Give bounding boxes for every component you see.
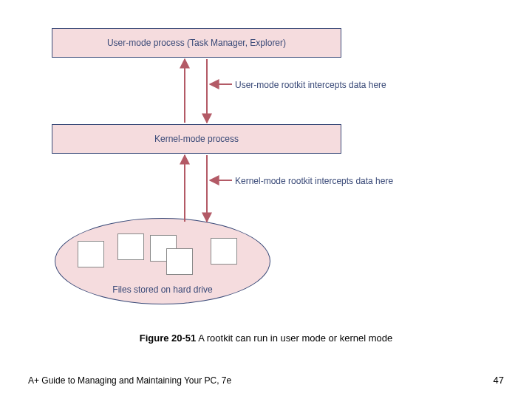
figure-number: Figure 20-51 (140, 332, 197, 344)
figure-caption: Figure 20-51 A rootkit can run in user m… (0, 332, 532, 344)
figure-caption-text: A rootkit can run in user mode or kernel… (196, 332, 392, 344)
diagram-stage: User-mode process (Task Manager, Explore… (0, 0, 532, 399)
page-number: 47 (494, 375, 504, 386)
footer-left: A+ Guide to Managing and Maintaining You… (28, 375, 231, 386)
